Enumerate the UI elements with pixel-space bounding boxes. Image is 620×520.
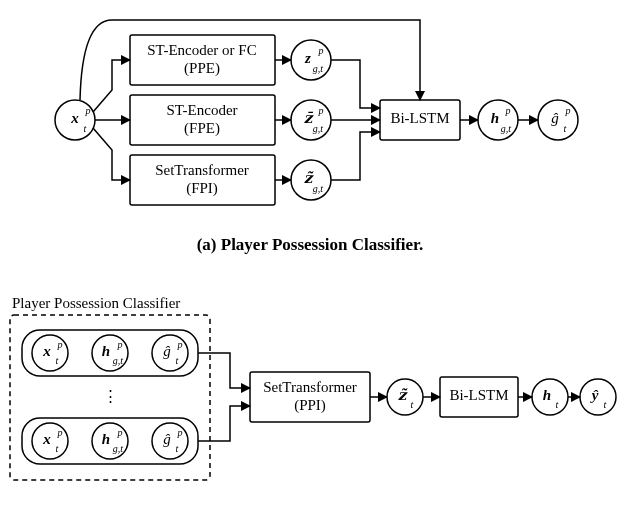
svg-text:h: h — [491, 110, 499, 126]
svg-text:x: x — [42, 343, 51, 359]
svg-text:(FPI): (FPI) — [186, 180, 218, 197]
svg-point-13 — [291, 40, 331, 80]
svg-text:ŷ: ŷ — [590, 387, 599, 403]
z-fpe: z̄ p g,t — [291, 100, 331, 140]
svg-text:p: p — [318, 105, 324, 116]
svg-text:ST-Encoder: ST-Encoder — [166, 102, 237, 118]
svg-text:x: x — [42, 431, 51, 447]
ppe-box: ST-Encoder or FC (PPE) — [130, 35, 275, 85]
svg-text:Bi-LSTM: Bi-LSTM — [449, 387, 508, 403]
svg-text:g,t: g,t — [313, 63, 324, 74]
svg-text:(FPE): (FPE) — [184, 120, 220, 137]
group-row-1: x p t h p g,t ĝ p t — [22, 330, 198, 376]
bilstm-a-box: Bi-LSTM — [380, 100, 460, 140]
svg-text:(PPI): (PPI) — [294, 397, 326, 414]
svg-text:g,t: g,t — [113, 443, 124, 454]
group-title: Player Possession Classifier — [12, 295, 180, 311]
svg-text:g,t: g,t — [313, 183, 324, 194]
svg-text:p: p — [85, 105, 91, 116]
svg-text:t: t — [564, 123, 567, 134]
svg-text:Bi-LSTM: Bi-LSTM — [390, 110, 449, 126]
svg-text:t: t — [176, 355, 179, 366]
z-fpi: z̃ g,t — [291, 160, 331, 200]
svg-text:h: h — [543, 387, 551, 403]
svg-text:t: t — [556, 399, 559, 410]
svg-text:z̃: z̃ — [398, 387, 408, 403]
svg-text:t: t — [56, 443, 59, 454]
svg-text:t: t — [56, 355, 59, 366]
svg-text:g,t: g,t — [313, 123, 324, 134]
svg-text:p: p — [117, 339, 123, 350]
ppi-box: SetTransformer (PPI) — [250, 372, 370, 422]
svg-text:SetTransformer: SetTransformer — [155, 162, 249, 178]
svg-text:p: p — [177, 427, 183, 438]
input-x: x p t — [55, 100, 95, 140]
svg-text:g,t: g,t — [113, 355, 124, 366]
fpe-box: ST-Encoder (FPE) — [130, 95, 275, 145]
group-row-2: x p t h p g,t ĝ p t — [22, 418, 198, 464]
bilstm-b-box: Bi-LSTM — [440, 377, 518, 417]
h-out-b: h t — [532, 379, 568, 415]
svg-text:t: t — [604, 399, 607, 410]
svg-text:p: p — [57, 427, 63, 438]
vertical-dots: ⋮ — [103, 388, 118, 404]
y-out-b: ŷ t — [580, 379, 616, 415]
svg-text:t: t — [411, 399, 414, 410]
svg-text:p: p — [177, 339, 183, 350]
svg-text:ĝ: ĝ — [163, 343, 171, 359]
z-ppe: z p g,t — [291, 40, 331, 80]
diagram-b: Player Possession Classifier x p t h p g… — [10, 295, 616, 480]
svg-text:p: p — [117, 427, 123, 438]
svg-text:ĝ: ĝ — [163, 431, 171, 447]
svg-text:t: t — [84, 123, 87, 134]
g-out: ĝ p t — [538, 100, 578, 140]
var-x: x — [70, 110, 79, 126]
svg-text:z: z — [304, 50, 311, 66]
svg-text:h: h — [102, 343, 110, 359]
h-out: h p g,t — [478, 100, 518, 140]
svg-text:g,t: g,t — [501, 123, 512, 134]
fpi-box: SetTransformer (FPI) — [130, 155, 275, 205]
z-tilde-b: z̃ t — [387, 379, 423, 415]
svg-text:t: t — [176, 443, 179, 454]
svg-text:h: h — [102, 431, 110, 447]
svg-text:ST-Encoder or FC: ST-Encoder or FC — [147, 42, 256, 58]
caption-a: (a) Player Possession Classifier. — [197, 235, 424, 254]
svg-text:(PPE): (PPE) — [184, 60, 220, 77]
diagram-figure: x p t ST-Encoder or FC (PPE) ST-Encoder … — [0, 0, 620, 520]
svg-text:p: p — [505, 105, 511, 116]
svg-text:ĝ: ĝ — [551, 110, 559, 126]
svg-text:p: p — [565, 105, 571, 116]
diagram-a: x p t ST-Encoder or FC (PPE) ST-Encoder … — [55, 20, 578, 254]
svg-text:p: p — [318, 45, 324, 56]
svg-text:SetTransformer: SetTransformer — [263, 379, 357, 395]
svg-text:x: x — [70, 110, 79, 126]
svg-text:p: p — [57, 339, 63, 350]
